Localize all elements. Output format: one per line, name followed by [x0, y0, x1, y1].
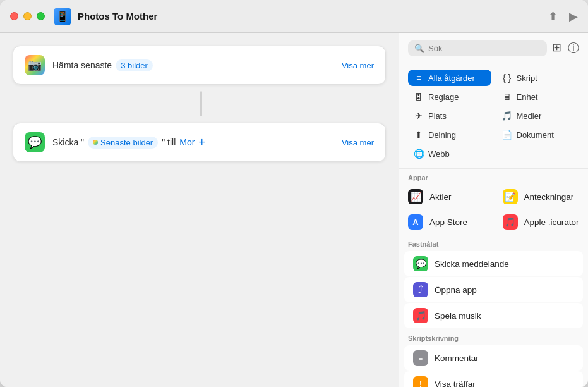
send-suffix: " till — [162, 137, 176, 147]
info-icon[interactable]: ⓘ — [568, 40, 579, 56]
controls-icon: 🎛 — [413, 92, 424, 102]
cat-document[interactable]: 📄 Dokument — [496, 126, 580, 143]
main-content: 📷 Hämta senaste 3 bilder Visa mer 💬 Skic… — [0, 33, 588, 387]
open-app-icon: ⤴ — [413, 282, 428, 297]
play-music-label: Spela musik — [435, 311, 481, 321]
show-result-label: Visa träffar — [435, 379, 476, 388]
cat-document-label: Dokument — [517, 130, 554, 140]
list-item-appstore[interactable]: A App Store — [399, 209, 494, 235]
appstore-label: App Store — [429, 218, 467, 227]
cat-device[interactable]: 🖥 Enhet — [496, 89, 580, 105]
apple-curator-icon: 🎵 — [503, 214, 518, 230]
close-button[interactable] — [10, 12, 18, 20]
cat-location[interactable]: ✈ Plats — [408, 108, 491, 124]
left-panel: 📷 Hämta senaste 3 bilder Visa mer 💬 Skic… — [0, 33, 399, 387]
traffic-lights — [10, 12, 45, 20]
notes-icon: 📝 — [503, 189, 518, 204]
list-item-stocks[interactable]: 📈 Aktier — [399, 184, 494, 209]
cat-web-label: Webb — [428, 149, 450, 159]
header-icons: ⊞ ⓘ — [552, 40, 579, 56]
stocks-label: Aktier — [429, 192, 452, 202]
search-icon: 🔍 — [414, 44, 424, 53]
search-bar[interactable]: 🔍 — [408, 40, 547, 56]
play-button[interactable]: ▶ — [569, 9, 578, 23]
apple-curator-label: Apple .icurator — [524, 218, 579, 227]
list-item-show-result[interactable]: ! Visa träffar — [404, 371, 583, 387]
fetch-action-card: 📷 Hämta senaste 3 bilder Visa mer — [13, 46, 386, 85]
right-panel: 🔍 ⊞ ⓘ ≡ Alla åtgärder { } Skript — [399, 33, 588, 387]
script-icon: { } — [501, 73, 513, 83]
play-music-icon: 🎵 — [413, 308, 428, 323]
cat-media[interactable]: 🎵 Medier — [496, 108, 580, 124]
window-title: Photos To Mother — [78, 11, 548, 22]
pinned-section-label: Fastnålat — [399, 235, 588, 250]
apps-row: 📈 Aktier 📝 Anteckningar A App Store 🎵 Ap… — [399, 184, 588, 235]
list-item-notes[interactable]: 📝 Anteckningar — [494, 184, 589, 209]
location-icon: ✈ — [413, 111, 424, 121]
send-message-label: Skicka meddelande — [435, 259, 509, 269]
cat-sharing-label: Delning — [428, 130, 456, 140]
app-icon: 📱 — [54, 8, 71, 25]
send-tag[interactable]: Senaste bilder — [88, 137, 158, 149]
list-item-send-message[interactable]: 💬 Skicka meddelande — [404, 251, 583, 276]
messages-icon: 💬 — [25, 132, 45, 152]
document-icon: 📄 — [501, 130, 513, 140]
titlebar-actions: ⬆ ▶ — [548, 9, 578, 23]
send-visa-mer[interactable]: Visa mer — [342, 138, 374, 147]
list-item-open-app[interactable]: ⤴ Öppna app — [404, 277, 583, 302]
cat-controls[interactable]: 🎛 Reglage — [408, 89, 491, 105]
device-icon: 🖥 — [501, 92, 513, 102]
cat-all-actions[interactable]: ≡ Alla åtgärder — [408, 70, 491, 86]
cat-script[interactable]: { } Skript — [496, 70, 580, 86]
comment-icon: ≡ — [413, 350, 428, 366]
fetch-action-content: Hämta senaste 3 bilder — [52, 59, 334, 71]
search-input[interactable] — [428, 44, 541, 53]
add-recipient-button[interactable]: + — [198, 136, 205, 149]
list-item-apple-curator[interactable]: 🎵 Apple .icurator — [494, 209, 589, 235]
category-nav: ≡ Alla åtgärder { } Skript 🎛 Reglage 🖥 E… — [399, 63, 588, 169]
maximize-button[interactable] — [37, 12, 45, 20]
cat-controls-label: Reglage — [428, 92, 459, 102]
right-panel-header: 🔍 ⊞ ⓘ — [399, 33, 588, 63]
send-link[interactable]: Mor — [179, 137, 195, 147]
web-icon: 🌐 — [413, 149, 424, 159]
pinned-section: 💬 Skicka meddelande ⤴ Öppna app 🎵 Spela … — [399, 251, 588, 328]
comment-label: Kommentar — [435, 353, 479, 363]
stocks-icon: 📈 — [408, 189, 423, 204]
minimize-button[interactable] — [23, 12, 32, 20]
list-item-comment[interactable]: ≡ Kommentar — [404, 345, 583, 371]
share-button[interactable]: ⬆ — [548, 9, 558, 23]
cat-sharing[interactable]: ⬆ Delning — [408, 126, 491, 143]
cat-device-label: Enhet — [517, 92, 538, 102]
fetch-prefix: Hämta senaste — [52, 60, 112, 70]
photos-icon: 📷 — [25, 55, 45, 75]
send-message-icon: 💬 — [413, 256, 428, 271]
script-section-label: Skriptskrivning — [399, 329, 588, 345]
notes-label: Anteckningar — [524, 192, 574, 202]
media-icon: 🎵 — [501, 111, 513, 121]
all-actions-icon: ≡ — [413, 73, 424, 83]
send-action-card: 💬 Skicka " Senaste bilder " till Mor + V… — [13, 123, 386, 162]
open-app-label: Öppna app — [435, 285, 477, 295]
fetch-tag[interactable]: 3 bilder — [116, 59, 153, 71]
main-window: 📱 Photos To Mother ⬆ ▶ 📷 Hämta senaste 3… — [0, 0, 588, 387]
script-section: ≡ Kommentar ! Visa träffar ! Visa påminn… — [399, 345, 588, 387]
action-list: Appar 📈 Aktier 📝 Anteckningar A App Stor… — [399, 169, 588, 387]
cat-media-label: Medier — [517, 111, 542, 121]
cat-script-label: Skript — [517, 73, 537, 83]
titlebar: 📱 Photos To Mother ⬆ ▶ — [0, 0, 588, 33]
list-item-play-music[interactable]: 🎵 Spela musik — [404, 303, 583, 328]
send-action-content: Skicka " Senaste bilder " till Mor + — [52, 136, 334, 149]
add-panel-icon[interactable]: ⊞ — [552, 40, 561, 56]
apps-section-label: Appar — [399, 169, 588, 184]
show-result-icon: ! — [413, 376, 428, 387]
cat-location-label: Plats — [428, 111, 447, 121]
sharing-icon: ⬆ — [413, 130, 424, 140]
cat-web[interactable]: 🌐 Webb — [408, 145, 491, 162]
fetch-visa-mer[interactable]: Visa mer — [342, 61, 374, 70]
send-prefix: Skicka " — [52, 137, 84, 147]
cards-divider — [200, 91, 202, 116]
appstore-icon: A — [408, 214, 423, 230]
cat-all-label: Alla åtgärder — [428, 73, 475, 83]
